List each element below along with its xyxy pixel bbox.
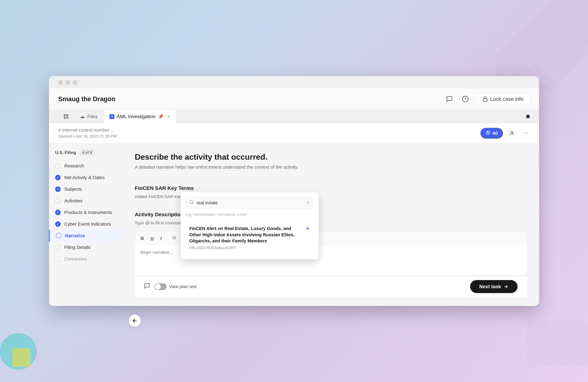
tab-files[interactable]: ☁ Files <box>74 110 103 123</box>
sidebar-label-subjects: Subjects <box>64 187 82 192</box>
main-layout: U.S. Filing 4 of 8 Research ✓ Net Activi… <box>49 143 539 306</box>
sidebar-item-products-instruments[interactable]: ✓ Products & Instruments <box>49 207 122 218</box>
toolbar-separator-1 <box>167 236 167 241</box>
bottom-bar: View plain text Next task <box>135 276 527 297</box>
filing-details-status-icon <box>55 244 61 250</box>
more-options-button[interactable]: ⋯ <box>521 129 530 138</box>
pin-icon: 📌 <box>158 114 163 119</box>
products-instruments-status-icon: ✓ <box>55 210 61 215</box>
case-number-input[interactable] <box>58 127 117 133</box>
tabs-bar: ☁ Files AML Investigation 📌 ✕ <box>49 110 539 123</box>
sidebar-item-conclusion[interactable]: Conclusion <box>49 253 122 265</box>
bold-button[interactable]: B <box>138 235 147 242</box>
section-title: Describe the activity that occurred. <box>135 152 527 161</box>
tab-aml[interactable]: AML Investigation 📌 ✕ <box>104 110 176 123</box>
search-dropdown: ✕ e.g. ransomware, corruption, cyber Fin… <box>181 192 318 259</box>
toggle-label: View plain text <box>169 284 197 289</box>
svg-point-22 <box>190 201 193 203</box>
sidebar-label-filing-details: Filing Details <box>64 245 91 250</box>
sidebar-item-activities[interactable]: Activities <box>49 195 122 207</box>
search-result-text: FinCEN Alert on Real Estate, Luxury Good… <box>189 225 303 250</box>
view-plain-text-toggle[interactable]: View plain text <box>154 283 197 290</box>
close-btn[interactable] <box>58 80 63 85</box>
doc-icon <box>109 114 114 119</box>
search-hint: e.g. ransomware, corruption, cyber <box>186 212 314 217</box>
main-window: Smaug the Dragon Lock case info <box>49 76 539 306</box>
comment-icon-button[interactable] <box>144 283 150 290</box>
sidebar-label-research: Research <box>64 163 84 168</box>
search-clear-button[interactable]: ✕ <box>306 200 310 205</box>
conclusion-status-icon <box>55 256 61 262</box>
net-activity-dates-status-icon: ✓ <box>55 175 61 180</box>
toggle-knob <box>155 284 161 290</box>
next-task-label: Next task <box>479 284 501 289</box>
search-result-add-button[interactable]: + <box>306 225 310 232</box>
lock-case-label: Lock case info <box>490 96 524 102</box>
italic-button[interactable]: I <box>158 235 164 242</box>
timer-clock-icon: ⏱ <box>485 131 490 136</box>
header-actions: Lock case info <box>444 93 530 105</box>
case-meta: Opened • Apr 16, 2023 21:28 PM <box>58 127 117 139</box>
tabs-right <box>526 110 530 123</box>
assign-button[interactable] <box>507 129 516 138</box>
tab-close-icon[interactable]: ✕ <box>167 114 170 119</box>
next-task-button[interactable]: Next task <box>470 280 518 293</box>
cloud-icon: ☁ <box>80 114 85 119</box>
activities-status-icon <box>55 198 61 203</box>
main-content: Describe the activity that occurred. A d… <box>123 143 539 306</box>
filing-progress-badge: 4 of 8 <box>79 149 95 156</box>
traffic-lights <box>58 80 530 88</box>
history-button[interactable] <box>460 94 471 104</box>
search-result-title: FinCEN Alert on Real Estate, Luxury Good… <box>189 225 303 244</box>
sidebar-section-title: U.S. Filing 4 of 8 <box>49 149 122 156</box>
sidebar-item-cyber-event-indicators[interactable]: ✓ Cyber Event Indicators <box>49 218 122 230</box>
tab-files-label: Files <box>87 114 98 119</box>
svg-point-2 <box>511 131 512 133</box>
section-subtitle: A detailed narrative helps law enforceme… <box>135 164 527 170</box>
fincen-title: FinCEN SAR Key Terms <box>135 185 527 191</box>
sidebar-label-narrative: Narrative <box>65 233 85 238</box>
sidebar-section-label: U.S. Filing <box>55 150 76 155</box>
cyber-event-status-icon: ✓ <box>55 221 61 227</box>
back-button[interactable] <box>129 315 141 327</box>
tab-grid[interactable] <box>58 110 74 123</box>
sidebar: U.S. Filing 4 of 8 Research ✓ Net Activi… <box>49 143 123 306</box>
sidebar-item-filing-details[interactable]: Filing Details <box>49 241 122 253</box>
comment-button[interactable] <box>444 94 455 104</box>
tab-aml-label: AML Investigation <box>117 114 156 119</box>
case-opened-label: Opened • Apr 16, 2023 21:28 PM <box>58 134 117 139</box>
svg-rect-1 <box>483 99 487 101</box>
search-result-code: FIN-2022-RUSSIALUXURY <box>189 246 303 250</box>
sidebar-label-cyber-event-indicators: Cyber Event Indicators <box>64 221 111 227</box>
sidebar-label-conclusion: Conclusion <box>64 256 87 261</box>
lock-case-button[interactable]: Lock case info <box>476 93 530 105</box>
tab-menu-dot[interactable] <box>526 115 530 118</box>
ordered-list-button[interactable]: 1 2 3 <box>169 234 179 242</box>
svg-line-23 <box>193 203 193 204</box>
grid-icon <box>64 114 68 119</box>
sidebar-item-net-activity-dates[interactable]: ✓ Net Activity & Dates <box>49 172 122 183</box>
titlebar <box>49 76 539 88</box>
search-input[interactable] <box>196 200 304 205</box>
underline-button[interactable]: U <box>148 235 156 242</box>
svg-text:3: 3 <box>173 238 173 240</box>
case-info-bar: Opened • Apr 16, 2023 21:28 PM ⏱ 4d ⋯ <box>49 123 539 143</box>
sidebar-label-activities: Activities <box>64 198 82 203</box>
case-actions: ⏱ 4d ⋯ <box>480 128 530 139</box>
search-icon <box>189 200 194 205</box>
search-result-item[interactable]: FinCEN Alert on Real Estate, Luxury Good… <box>186 221 314 254</box>
sidebar-label-net-activity-dates: Net Activity & Dates <box>64 175 105 180</box>
timer-label: 4d <box>492 131 498 136</box>
sidebar-item-narrative[interactable]: Narrative <box>49 230 122 241</box>
minimize-btn[interactable] <box>65 80 70 85</box>
toggle-switch[interactable] <box>154 283 167 290</box>
app-header: Smaug the Dragon Lock case info <box>49 88 539 110</box>
sidebar-item-subjects[interactable]: ✓ Subjects <box>49 183 122 195</box>
search-input-wrapper: ✕ <box>186 197 314 208</box>
bottom-left: View plain text <box>144 283 197 290</box>
narrative-status-icon <box>56 233 62 239</box>
app-title: Smaug the Dragon <box>58 95 115 103</box>
sidebar-item-research[interactable]: Research <box>49 160 122 172</box>
maximize-btn[interactable] <box>73 80 78 85</box>
timer-badge[interactable]: ⏱ 4d <box>480 128 503 139</box>
